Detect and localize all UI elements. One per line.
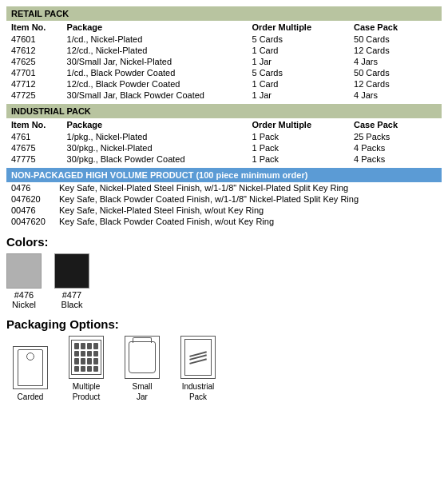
item-no: 0476 [6,182,54,193]
item-no: 47601 [6,34,62,45]
pkg-item-industrial: IndustrialPack [174,336,222,402]
colors-title: Colors: [6,235,442,249]
package: 12/cd., Nickel-Plated [62,45,248,56]
case-pack: 25 Packs [349,131,442,142]
carded-icon-shape [18,349,43,386]
pkg-icon-industrial [180,336,216,379]
table-row: 4761 1/pkg., Nickel-Plated 1 Pack 25 Pac… [6,131,442,142]
table-row: 00476 Key Safe, Nickel-Plated Steel Fini… [6,205,442,216]
item-no: 47612 [6,45,62,56]
item-no: 47675 [6,142,62,153]
package: 12/cd., Black Powder Coated [62,78,248,90]
retail-pack-section: RETAIL PACK Item No. Package Order Multi… [6,6,442,101]
table-row: 47701 1/cd., Black Powder Coated 5 Cards… [6,67,442,78]
col-item-no: Item No. [6,21,62,34]
item-no: 47725 [6,90,62,101]
ind-col-order-multiple: Order Multiple [247,118,349,131]
packaging-section: Packaging Options: Carded MultipleProduc… [6,317,442,402]
pkg-icon-jar [125,336,160,379]
color-code: #476 [14,290,34,300]
order-multiple: 1 Pack [247,131,349,142]
table-row: 0476 Key Safe, Nickel-Plated Steel Finis… [6,182,442,193]
pkg-item-carded: Carded [6,346,54,402]
color-swatch [6,253,42,289]
case-pack: 4 Packs [349,153,442,165]
ind-col-case-pack: Case Pack [349,118,442,131]
jar-icon-shape [129,341,156,373]
non-packaged-table: 0476 Key Safe, Nickel-Plated Steel Finis… [6,182,442,227]
order-multiple: 1 Card [247,78,349,90]
table-row: 47601 1/cd., Nickel-Plated 5 Cards 50 Ca… [6,34,442,45]
description: Key Safe, Nickel-Plated Steel Finish, w/… [54,205,442,216]
package: 1/cd., Black Powder Coated [62,67,248,78]
industrial-icon-shape [184,339,212,376]
order-multiple: 1 Jar [247,90,349,101]
order-multiple: 1 Card [247,45,349,56]
package: 30/Small Jar, Nickel-Plated [62,56,248,67]
package: 30/Small Jar, Black Powder Coated [62,90,248,101]
retail-pack-header: RETAIL PACK [6,6,442,21]
non-packaged-header: NON-PACKAGED HIGH VOLUME PRODUCT (100 pi… [6,168,442,182]
table-row: 47775 30/pkg., Black Powder Coated 1 Pac… [6,153,442,165]
pkg-label-carded: Carded [18,392,44,402]
package: 1/cd., Nickel-Plated [62,34,248,45]
table-row: 47625 30/Small Jar, Nickel-Plated 1 Jar … [6,56,442,67]
pkg-icon-carded [13,346,48,389]
case-pack: 50 Cards [349,34,442,45]
description: Key Safe, Black Powder Coated Finish, w/… [54,216,442,227]
packaging-row: Carded MultipleProduct SmallJar [6,336,442,402]
col-order-multiple: Order Multiple [247,21,349,34]
table-row: 47712 12/cd., Black Powder Coated 1 Card… [6,78,442,90]
colors-row: #476 Nickel #477 Black [6,253,442,309]
industrial-pack-table: Item No. Package Order Multiple Case Pac… [6,118,442,165]
retail-pack-table: Item No. Package Order Multiple Case Pac… [6,21,442,101]
item-no: 47775 [6,153,62,165]
item-no: 4761 [6,131,62,142]
multiple-icon-shape [71,340,101,375]
table-row: 047620 Key Safe, Black Powder Coated Fin… [6,193,442,205]
color-code: #477 [62,290,81,300]
case-pack: 4 Jars [349,90,442,101]
case-pack: 4 Jars [349,56,442,67]
color-swatch [54,253,89,289]
order-multiple: 1 Jar [247,56,349,67]
order-multiple: 5 Cards [247,34,349,45]
item-no: 47701 [6,67,62,78]
pkg-item-jar: SmallJar [118,336,166,402]
description: Key Safe, Nickel-Plated Steel Finish, w/… [54,182,442,193]
case-pack: 50 Cards [349,67,442,78]
table-row: 0047620 Key Safe, Black Powder Coated Fi… [6,216,442,227]
color-item: #477 Black [54,253,89,309]
case-pack: 12 Cards [349,78,442,90]
package: 30/pkg., Nickel-Plated [62,142,248,153]
item-no: 47625 [6,56,62,67]
pkg-label-industrial: IndustrialPack [182,381,215,402]
case-pack: 4 Packs [349,142,442,153]
industrial-pack-header: INDUSTRIAL PACK [6,104,442,118]
table-row: 47612 12/cd., Nickel-Plated 1 Card 12 Ca… [6,45,442,56]
table-row: 47725 30/Small Jar, Black Powder Coated … [6,90,442,101]
industrial-pack-section: INDUSTRIAL PACK Item No. Package Order M… [6,104,442,165]
pkg-icon-multiple [69,336,104,379]
item-no: 47712 [6,78,62,90]
pkg-label-multiple: MultipleProduct [73,381,100,402]
color-name: Nickel [12,300,36,309]
package: 1/pkg., Nickel-Plated [62,131,248,142]
color-item: #476 Nickel [6,253,42,309]
table-row: 47675 30/pkg., Nickel-Plated 1 Pack 4 Pa… [6,142,442,153]
ind-col-item-no: Item No. [6,118,62,131]
color-name: Black [61,300,83,309]
pkg-item-multiple: MultipleProduct [62,336,110,402]
order-multiple: 1 Pack [247,142,349,153]
col-package: Package [62,21,248,34]
item-no: 0047620 [6,216,54,227]
case-pack: 12 Cards [349,45,442,56]
colors-section: Colors: #476 Nickel #477 Black [6,235,442,309]
order-multiple: 1 Pack [247,153,349,165]
item-no: 00476 [6,205,54,216]
pkg-label-jar: SmallJar [132,381,152,402]
description: Key Safe, Black Powder Coated Finish, w/… [54,193,442,205]
ind-col-package: Package [62,118,248,131]
non-packaged-section: NON-PACKAGED HIGH VOLUME PRODUCT (100 pi… [6,168,442,227]
package: 30/pkg., Black Powder Coated [62,153,248,165]
